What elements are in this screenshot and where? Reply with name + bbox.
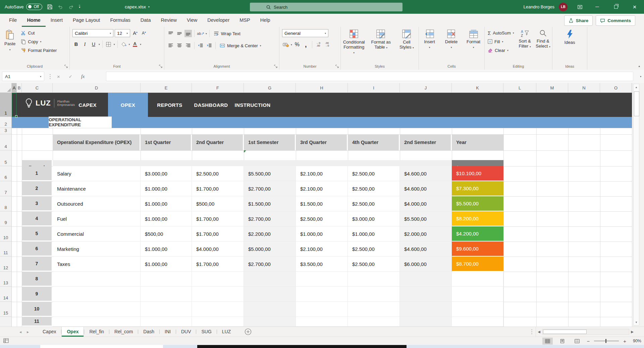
scroll-down-icon[interactable]: ▾ [634,321,639,324]
sort-filter-button[interactable]: AZ Sort & Filter ▾ [516,28,534,61]
comma-style-icon[interactable]: , [302,41,310,48]
value-cell[interactable]: $2.100,00 [296,181,348,196]
column-header-B[interactable]: B [17,83,22,92]
column-header-L[interactable]: L [503,83,536,92]
sheet-nav-left-icon[interactable]: ◂ [19,330,21,334]
empty-cell[interactable] [141,317,192,327]
customize-qat-icon[interactable]: ▾ [79,5,80,9]
row-header-6[interactable]: 6 [0,166,11,181]
collapse-ribbon-icon[interactable]: ▴ [638,64,640,68]
format-as-table-button[interactable]: Format as Table ▾ [368,28,394,61]
align-center-icon[interactable] [176,42,183,49]
increase-indent-icon[interactable] [206,42,213,49]
record-cell[interactable]: 5 [22,226,52,240]
empty-cell[interactable] [192,302,244,317]
cell-styles-button[interactable]: Cell Styles ▾ [395,28,419,61]
empty-cell[interactable] [348,302,400,317]
empty-cell[interactable] [244,287,296,302]
enter-icon[interactable]: ✓ [69,74,72,79]
expense-label-cell[interactable]: Marketing [53,241,141,257]
sheet-tab-sug[interactable]: SUG [196,327,216,337]
nav-tab-instruction[interactable]: INSTRUCTION [232,93,273,117]
vertical-scroll-thumb[interactable] [634,91,639,116]
empty-cell[interactable] [348,287,400,302]
decrease-indent-icon[interactable] [197,42,204,49]
record-cell[interactable]: 3 [22,196,52,210]
value-cell[interactable]: $2.500,00 [348,166,400,181]
active-cell-selection[interactable] [12,93,17,117]
ribbon-tab-home[interactable]: Home [22,14,45,27]
column-header-F[interactable]: F [192,83,244,92]
ribbon-tab-help[interactable]: Help [255,14,275,27]
table-header[interactable]: 1st Semester [244,134,295,150]
formula-input[interactable] [106,72,633,81]
record-cell[interactable]: 2 [22,181,52,195]
empty-cell[interactable] [400,302,452,317]
value-cell[interactable]: $1.500,00 [296,196,348,211]
value-cell[interactable]: $2.700,00 [244,257,296,272]
value-cell[interactable]: $4.000,00 [400,196,452,211]
insert-function-icon[interactable]: fx [81,74,85,79]
value-cell[interactable]: $2.500,00 [296,211,348,226]
empty-cell[interactable] [296,287,348,302]
column-header-G[interactable]: G [244,83,296,92]
nav-tab-dashboard[interactable]: DASHBOARD [191,93,231,117]
new-sheet-button[interactable] [245,328,252,335]
zoom-out-icon[interactable]: − [587,338,590,344]
empty-cell[interactable] [452,272,503,287]
ribbon-tab-developer[interactable]: Developer [202,14,234,27]
paste-button[interactable]: Paste ▾ [3,28,17,61]
column-header-E[interactable]: E [141,83,192,92]
share-button[interactable]: Share [564,15,593,26]
empty-cell[interactable] [192,317,244,327]
page-break-view-icon[interactable] [572,338,582,345]
accounting-format-icon[interactable] [282,41,289,48]
percent-style-icon[interactable]: % [293,41,301,48]
column-header-I[interactable]: I [348,83,400,92]
table-header-opex[interactable]: Operational Expenditure (OPEX) [53,134,140,150]
value-cell[interactable]: $1.700,00 [192,226,244,241]
row-header-8[interactable]: 8 [0,196,11,211]
sheet-tab-ini[interactable]: INI [160,327,176,337]
zoom-slider[interactable] [594,341,619,341]
record-cell[interactable]: 7 [22,257,52,271]
decrease-font-size-icon[interactable]: A▾ [140,29,148,37]
align-right-icon[interactable] [184,42,192,49]
record-cell[interactable]: 4 [22,211,52,225]
align-left-icon[interactable] [167,42,174,49]
table-header[interactable]: 2nd Quarter [192,134,243,150]
empty-cell[interactable] [141,302,192,317]
row-header-3[interactable]: 3 [0,128,11,134]
empty-cell[interactable] [400,272,452,287]
empty-cell[interactable] [400,287,452,302]
value-cell[interactable]: $4.600,00 [400,241,452,257]
value-cell[interactable]: $2.500,00 [348,241,400,257]
copy-button[interactable]: Copy ▾ [19,37,58,46]
format-painter-button[interactable]: Format Painter [19,46,58,55]
record-cell[interactable]: 10 [22,302,52,316]
expand-formula-bar-icon[interactable]: ▾ [640,75,641,78]
value-cell[interactable]: $1.700,00 [192,211,244,226]
expense-label-cell[interactable]: Outsourced [53,196,141,211]
table-header[interactable]: 4th Quarter [348,134,399,150]
value-cell[interactable]: $1.700,00 [192,181,244,196]
zoom-slider-thumb[interactable] [605,339,606,343]
value-cell[interactable]: $2.700,00 [244,181,296,196]
number-dialog-launcher[interactable] [335,65,339,68]
empty-cell[interactable] [141,287,192,302]
expense-label-cell[interactable]: Salary [53,166,141,181]
sheet-tab-capex[interactable]: Capex [38,327,61,337]
nav-tab-opex[interactable]: OPEX [108,93,148,117]
scroll-up-icon[interactable]: ▴ [634,85,639,89]
sheet-tab-opex[interactable]: Opex [61,327,84,337]
sheet-nav-right-icon[interactable]: ▸ [27,330,29,334]
row-header-9[interactable]: 9 [0,211,11,226]
value-cell[interactable]: $2.500,00 [348,257,400,272]
row-header-7[interactable]: 7 [0,181,11,196]
borders-icon[interactable] [105,41,112,48]
year-value-cell[interactable]: $9.600,00 [452,241,503,256]
value-cell[interactable]: $1.000,00 [141,211,192,226]
name-box-dropdown-icon[interactable]: ▾ [40,75,41,78]
scroll-left-icon[interactable]: ◀ [536,327,542,337]
row-header-13[interactable]: 13 [0,272,11,287]
